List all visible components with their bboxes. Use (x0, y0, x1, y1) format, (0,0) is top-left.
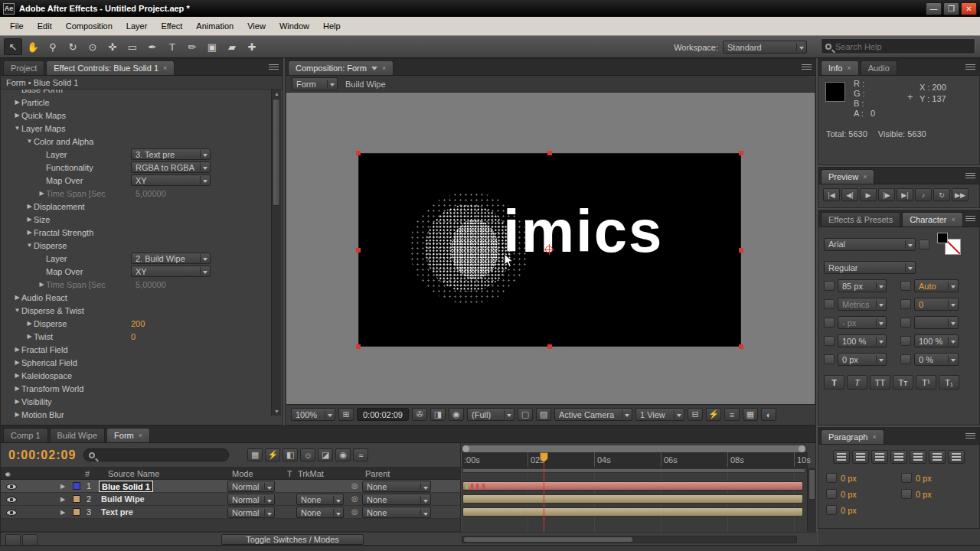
previous-frame-button[interactable]: ◀| (841, 188, 858, 201)
close-tab-icon[interactable]: × (872, 430, 876, 444)
effect-property-row[interactable]: Functionality RGBA to RGBA (1, 161, 270, 174)
menu-item[interactable]: Composition (59, 18, 119, 34)
composition-navigator-nested[interactable]: Build Wipe (345, 80, 386, 89)
pan-behind-tool[interactable]: ✜ (103, 38, 122, 55)
motion-blur-icon[interactable]: ◉ (335, 448, 351, 461)
composition-mini-flowchart-icon[interactable]: ▦ (247, 448, 263, 461)
next-frame-button[interactable]: |▶ (878, 188, 895, 201)
timeline-horizontal-scrollbar[interactable] (462, 536, 797, 543)
effect-controls-tab[interactable]: Effect Controls: Blue Solid 1 × (46, 60, 175, 75)
faux-style-button[interactable]: T₁ (939, 375, 959, 390)
layer-label-color[interactable] (73, 482, 80, 490)
panel-menu-icon[interactable] (269, 64, 279, 71)
menu-item[interactable]: Window (273, 18, 316, 34)
stroke-color-swatch[interactable] (937, 233, 948, 243)
snapshot-icon[interactable]: ✇ (412, 408, 427, 421)
twirl-icon[interactable]: ▶ (13, 398, 21, 405)
effect-property-row[interactable]: ▶ Motion Blur (1, 408, 270, 421)
pen-tool[interactable]: ✒ (143, 38, 162, 55)
kerning-value-select[interactable]: 0 (914, 298, 959, 311)
selection-handle[interactable] (547, 344, 552, 349)
selection-tool[interactable]: ↖ (4, 38, 22, 55)
first-frame-button[interactable]: |◀ (823, 188, 840, 201)
close-tab-icon[interactable]: × (847, 61, 851, 75)
property-value[interactable]: RGBA to RGBA (131, 161, 211, 173)
zoom-select[interactable]: 100% (291, 408, 335, 421)
twirl-icon[interactable]: ▶ (13, 385, 21, 392)
twirl-icon[interactable]: ▶ (13, 346, 21, 353)
composition-navigator-current[interactable]: Form (292, 77, 338, 90)
pixel-aspect-correction-icon[interactable]: ⊟ (688, 408, 703, 421)
effect-property-row[interactable]: ▶ Particle (1, 96, 270, 109)
layer-name[interactable]: Text pre (99, 507, 136, 518)
effect-property-row[interactable]: Map Over XY (1, 174, 270, 187)
timeline-search-input[interactable] (99, 451, 224, 460)
layer-duration-bar[interactable] (462, 481, 803, 491)
column-source-name[interactable]: Source Name (108, 469, 159, 478)
font-size-select[interactable]: 85 px (838, 279, 887, 292)
time-ruler[interactable]: :00s02s04s06s08s10s (461, 452, 808, 468)
info-tab[interactable]: Audio × (861, 60, 897, 75)
selection-handle[interactable] (739, 151, 743, 155)
effect-property-row[interactable]: Layer 2. Build Wipe (1, 252, 270, 265)
twirl-icon[interactable]: ▶ (38, 281, 46, 288)
layer-mode-select[interactable]: Normal (227, 481, 275, 492)
transparency-grid-icon[interactable]: ▨ (536, 408, 551, 421)
effect-property-row[interactable]: ▼ Layer Maps (1, 122, 270, 135)
property-value[interactable]: 5,00000 (136, 189, 166, 198)
selection-handle[interactable] (356, 248, 361, 253)
twirl-icon[interactable]: ▶ (13, 411, 21, 418)
effect-controls-scrollbar[interactable]: ▲ ▼ (271, 90, 281, 416)
effect-property-row[interactable]: Map Over XY (1, 265, 270, 278)
close-tab-icon[interactable]: × (139, 429, 142, 442)
panel-menu-icon[interactable] (965, 216, 975, 223)
tab-caret-icon[interactable] (371, 67, 377, 73)
effect-property-row[interactable]: ▶ Audio React (1, 291, 270, 304)
unified-camera-tool[interactable]: ⊙ (83, 38, 102, 55)
twirl-icon[interactable]: ▶ (38, 190, 46, 197)
brush-tool[interactable]: ✏ (183, 38, 201, 55)
close-tab-icon[interactable]: × (951, 213, 955, 227)
twirl-icon[interactable]: ▼ (13, 307, 21, 314)
column-trkmat[interactable]: TrkMat (298, 469, 324, 478)
twirl-icon[interactable]: ▶ (13, 372, 21, 379)
twirl-icon[interactable]: ▼ (25, 138, 34, 145)
property-value[interactable]: 0 (131, 332, 136, 341)
twirl-icon[interactable]: ▶ (25, 229, 34, 236)
help-search-input[interactable] (835, 42, 971, 51)
paragraph-tab[interactable]: Paragraph × (821, 429, 884, 444)
panel-menu-icon[interactable] (965, 173, 975, 180)
tracking-select[interactable]: - px (838, 316, 887, 329)
effect-property-row[interactable]: ▶ Twist 0 (1, 330, 270, 343)
parent-pickwhip-icon[interactable]: ◎ (351, 507, 358, 516)
selection-handle[interactable] (356, 151, 361, 155)
selection-handle[interactable] (547, 151, 552, 155)
twirl-icon[interactable]: ▶ (25, 216, 34, 223)
effect-property-row[interactable]: ▶ Transform World (1, 382, 270, 395)
parent-pickwhip-icon[interactable]: ◎ (351, 494, 358, 503)
vertical-scale-select[interactable]: 100 % (838, 334, 887, 347)
selection-handle[interactable] (356, 344, 361, 349)
play-button[interactable]: ▶ (860, 188, 877, 201)
scrollbar-thumb[interactable] (273, 99, 280, 206)
composition-viewport[interactable]: imics (286, 93, 815, 405)
character-group-tab[interactable]: Character × (902, 212, 963, 227)
faux-style-button[interactable]: T (824, 375, 844, 390)
anchor-point-icon[interactable] (545, 246, 553, 253)
faux-style-button[interactable]: Tт (893, 375, 913, 390)
effect-property-row[interactable]: ▶ Spherical Field (1, 356, 270, 369)
property-value[interactable]: 2. Build Wipe (131, 253, 211, 264)
layer-label-color[interactable] (73, 495, 80, 503)
property-value[interactable]: 5,00000 (136, 280, 166, 289)
faux-style-button[interactable]: TT (870, 375, 890, 390)
twirl-icon[interactable]: ▼ (13, 125, 21, 132)
maximize-button[interactable]: ❐ (943, 2, 959, 15)
justify-last-right-button[interactable] (929, 450, 946, 464)
effect-controls-tab[interactable]: Project × (3, 60, 44, 75)
grid-and-guides-icon[interactable]: ⊞ (338, 408, 354, 421)
justify-last-left-button[interactable] (890, 450, 907, 464)
minimize-button[interactable]: — (926, 2, 942, 15)
work-area-bar[interactable] (462, 468, 805, 473)
property-value[interactable]: XY (131, 266, 211, 277)
indent-field[interactable]: 0 px (901, 489, 972, 499)
